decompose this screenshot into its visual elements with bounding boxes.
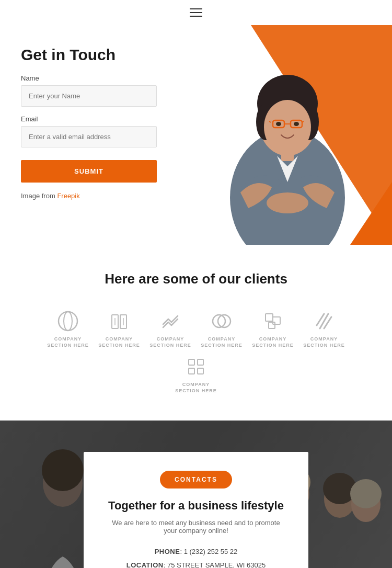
- contacts-section: CONTACTS Together for a business lifesty…: [0, 421, 392, 568]
- name-input[interactable]: [21, 85, 157, 107]
- name-field-group: Name: [21, 74, 188, 107]
- clients-logos: COMPANYSECTION HERE COMPANYSECTION HERE: [21, 308, 371, 394]
- company-icon-3: [157, 308, 183, 334]
- freepik-link[interactable]: Freepik: [57, 192, 79, 200]
- company-label-5: COMPANYSECTION HERE: [252, 336, 294, 348]
- menu-icon[interactable]: [190, 8, 202, 17]
- company-icon-7: [183, 354, 209, 380]
- svg-rect-28: [269, 322, 275, 328]
- email-input[interactable]: [21, 126, 157, 147]
- company-icon-6: [311, 308, 337, 334]
- svg-point-19: [64, 312, 72, 331]
- hero-title: Get in Touch: [21, 46, 188, 64]
- hero-image: [188, 30, 387, 245]
- submit-button[interactable]: SUBMIT: [21, 160, 157, 183]
- company-label-1: COMPANYSECTION HERE: [47, 336, 89, 348]
- hero-form-area: Get in Touch Name Email SUBMIT Image fro…: [21, 46, 188, 200]
- freepik-note: Image from Freepik: [21, 192, 188, 200]
- client-logo-7: COMPANYSECTION HERE: [173, 354, 219, 394]
- company-label-6: COMPANYSECTION HERE: [303, 336, 345, 348]
- company-icon-4: [209, 308, 235, 334]
- client-logo-5: COMPANYSECTION HERE: [250, 308, 296, 348]
- svg-rect-32: [189, 359, 194, 365]
- name-label: Name: [21, 74, 188, 82]
- contacts-button[interactable]: CONTACTS: [160, 471, 232, 489]
- clients-section: Here are some of our clients COMPANYSECT…: [0, 245, 392, 421]
- client-logo-1: COMPANYSECTION HERE: [45, 308, 91, 348]
- email-label: Email: [21, 115, 188, 123]
- company-label-3: COMPANYSECTION HERE: [149, 336, 191, 348]
- location-label: LOCATION: [126, 561, 164, 568]
- svg-point-16: [294, 122, 299, 126]
- company-icon-5: [260, 308, 286, 334]
- svg-line-29: [320, 314, 328, 328]
- contact-description: We are here to meet any business need an…: [105, 519, 287, 535]
- svg-rect-35: [198, 368, 203, 374]
- phone-label: PHONE: [155, 548, 180, 555]
- clients-title: Here are some of our clients: [21, 271, 371, 287]
- svg-point-15: [276, 122, 281, 126]
- contact-card: CONTACTS Together for a business lifesty…: [84, 452, 308, 568]
- client-logo-2: COMPANYSECTION HERE: [96, 308, 142, 348]
- contact-tagline: Together for a business lifestyle: [105, 499, 287, 513]
- company-icon-1: [55, 308, 81, 334]
- company-label-4: COMPANYSECTION HERE: [201, 336, 243, 348]
- location-row: LOCATION: 75 STREET SAMPLE, WI 63025: [105, 559, 287, 568]
- location-value: 75 STREET SAMPLE, WI 63025: [167, 561, 266, 568]
- svg-rect-33: [198, 359, 203, 365]
- company-label-7: COMPANYSECTION HERE: [175, 382, 217, 394]
- header: [0, 0, 392, 25]
- contact-info: PHONE: 1 (232) 252 55 22 LOCATION: 75 ST…: [105, 545, 287, 568]
- svg-point-18: [59, 312, 77, 331]
- svg-rect-26: [266, 314, 273, 321]
- client-logo-6: COMPANYSECTION HERE: [301, 308, 347, 348]
- svg-rect-27: [273, 317, 280, 324]
- svg-rect-34: [189, 368, 194, 374]
- company-icon-2: [106, 308, 132, 334]
- client-logo-4: COMPANYSECTION HERE: [199, 308, 245, 348]
- client-logo-3: COMPANYSECTION HERE: [147, 308, 193, 348]
- company-label-2: COMPANYSECTION HERE: [98, 336, 140, 348]
- hero-section: Get in Touch Name Email SUBMIT Image fro…: [0, 25, 392, 245]
- phone-row: PHONE: 1 (232) 252 55 22: [105, 545, 287, 559]
- email-field-group: Email: [21, 115, 188, 147]
- svg-point-17: [267, 192, 308, 213]
- phone-value: 1 (232) 252 55 22: [184, 548, 238, 555]
- svg-point-9: [264, 100, 311, 154]
